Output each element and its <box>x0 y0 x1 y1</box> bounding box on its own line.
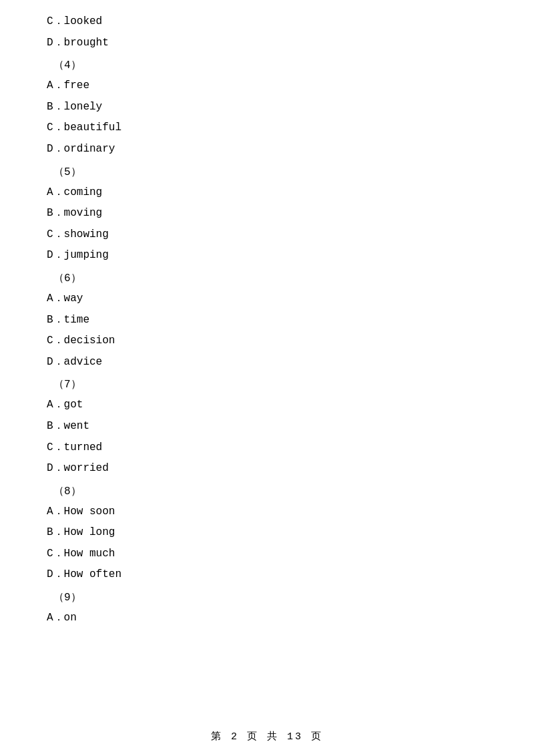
option-c-how-much: C．How much <box>47 546 487 563</box>
option-d-advice: D．advice <box>47 354 487 371</box>
option-b-how-long: B．How long <box>47 524 487 542</box>
option-c-turned: C．turned <box>47 439 487 457</box>
option-b-moving: B．moving <box>47 205 487 222</box>
question-num-7: （7） <box>47 377 487 391</box>
option-a-got: A．got <box>47 397 487 414</box>
question-num-5: （5） <box>47 165 487 179</box>
option-c-decision: C．decision <box>47 333 487 350</box>
option-d-worried: D．worried <box>47 460 487 478</box>
option-d-jumping: D．jumping <box>47 247 487 264</box>
option-a-on: A．on <box>47 610 487 627</box>
option-d-ordinary: D．ordinary <box>47 141 487 158</box>
option-a-free: A．free <box>47 77 487 95</box>
option-a-coming: A．coming <box>47 184 487 202</box>
page-footer: 第 2 页 共 13 页 <box>0 730 534 743</box>
option-a-way: A．way <box>47 291 487 308</box>
option-c-showing: C．showing <box>47 226 487 244</box>
option-c-looked: C．looked <box>47 13 487 31</box>
option-a-how-soon: A．How soon <box>47 504 487 521</box>
main-content: C．looked D．brought （4） A．free B．lonely C… <box>0 0 534 671</box>
option-d-brought: D．brought <box>47 35 487 52</box>
option-d-how-often: D．How often <box>47 566 487 584</box>
option-b-lonely: B．lonely <box>47 99 487 116</box>
option-b-time: B．time <box>47 312 487 329</box>
question-num-4: （4） <box>47 58 487 72</box>
option-c-beautiful: C．beautiful <box>47 120 487 137</box>
question-num-8: （8） <box>47 484 487 498</box>
question-num-6: （6） <box>47 271 487 285</box>
question-num-9: （9） <box>47 590 487 604</box>
option-b-went: B．went <box>47 418 487 435</box>
